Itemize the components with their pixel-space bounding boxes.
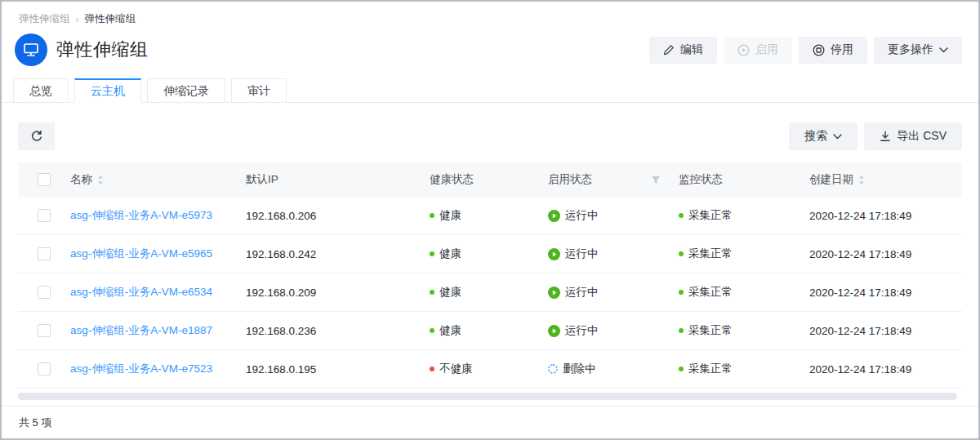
green-dot-icon [430,213,434,218]
disable-button[interactable]: 停用 [799,37,867,64]
run-status: 运行中 [548,285,679,300]
health-status: 不健康 [430,362,548,376]
run-status: 运行中 [548,247,679,261]
stop-circle-icon [813,44,825,56]
table-row: asg-伸缩组-业务A-VM-e5973 192.168.0.206 健康 运行… [18,197,962,235]
tab-scaling-records[interactable]: 伸缩记录 [147,78,225,103]
monitor-status: 采集正常 [679,323,809,338]
loading-spinner-icon [548,364,558,374]
header-actions: 编辑 启用 停用 更多操作 [649,37,962,64]
vm-ip: 192.168.0.236 [246,325,430,337]
running-icon [548,210,560,222]
health-status: 健康 [430,285,548,300]
page-header: 弹性伸缩组 编辑 启用 停用 更多操作 [2,26,978,66]
green-dot-icon [679,290,684,295]
column-header-name[interactable]: 名称 [70,172,246,187]
vm-name-link[interactable]: asg-伸缩组-业务A-VM-e5965 [70,247,212,260]
horizontal-scrollbar-thumb[interactable] [18,393,957,400]
enable-button-label: 启用 [755,42,778,57]
running-icon [548,248,560,260]
row-checkbox[interactable] [38,324,51,337]
table-header-row: 名称 默认IP 健康状态 启用状态 监控状态 创建日期 [18,162,962,197]
tab-cloud-hosts[interactable]: 云主机 [74,78,141,103]
running-icon [548,287,560,299]
chevron-down-icon [833,134,842,140]
column-header-ip-label: 默认IP [246,172,278,187]
search-button-label: 搜索 [804,129,827,144]
column-header-name-label: 名称 [70,172,92,187]
total-count: 共 5 项 [19,416,51,429]
created-date: 2020-12-24 17:18:49 [809,287,962,299]
row-checkbox[interactable] [38,286,51,299]
column-header-enabled-label: 启用状态 [548,172,592,187]
column-header-enabled: 启用状态 [548,172,679,187]
refresh-button[interactable] [18,122,55,150]
run-status: 运行中 [548,208,679,223]
vm-name-link[interactable]: asg-伸缩组-业务A-VM-e6534 [70,286,212,298]
elastic-scaling-group-page: { "breadcrumb": { "parent": "弹性伸缩组", "se… [0,0,980,440]
enable-button: 启用 [724,37,792,64]
table-row: asg-伸缩组-业务A-VM-e7523 192.168.0.195 不健康 删… [18,350,962,389]
health-status: 健康 [430,323,548,338]
chevron-down-icon [939,47,948,53]
more-actions-button[interactable]: 更多操作 [874,37,962,64]
green-dot-icon [679,328,684,333]
breadcrumb-parent[interactable]: 弹性伸缩组 [19,12,70,26]
created-date: 2020-12-24 17:18:49 [809,210,962,222]
red-dot-icon [430,367,434,371]
refresh-icon [30,130,43,143]
tab-audit[interactable]: 审计 [231,78,287,103]
monitor-status: 采集正常 [679,247,809,261]
monitor-status: 采集正常 [679,285,809,300]
play-circle-icon [737,44,750,56]
green-dot-icon [679,213,684,218]
vm-name-link[interactable]: asg-伸缩组-业务A-VM-e5973 [70,209,212,221]
row-checkbox[interactable] [38,247,51,260]
table-footer: 共 5 项 [2,406,978,439]
column-header-monitor: 监控状态 [679,172,809,187]
vm-table: 名称 默认IP 健康状态 启用状态 监控状态 创建日期 [18,162,962,389]
column-header-created-label: 创建日期 [809,172,853,187]
table-row: asg-伸缩组-业务A-VM-e5965 192.168.0.242 健康 运行… [18,235,962,273]
table-toolbar: 搜索 导出 CSV [2,103,978,162]
health-status: 健康 [430,208,548,223]
breadcrumb-current: 弹性伸缩组 [85,12,136,26]
column-header-health-label: 健康状态 [430,172,474,187]
export-csv-label: 导出 CSV [897,129,947,144]
health-status: 健康 [430,247,548,261]
more-actions-label: 更多操作 [888,42,933,57]
sort-icon[interactable] [97,175,104,185]
tab-overview[interactable]: 总览 [13,78,69,103]
column-header-monitor-label: 监控状态 [679,172,723,187]
edit-button[interactable]: 编辑 [649,37,717,64]
vm-ip: 192.168.0.209 [246,287,430,299]
vm-name-link[interactable]: asg-伸缩组-业务A-VM-e7523 [70,362,212,375]
vm-name-link[interactable]: asg-伸缩组-业务A-VM-e1887 [70,324,212,336]
disable-button-label: 停用 [831,42,853,57]
monitor-status: 采集正常 [679,208,809,223]
monitor-status: 采集正常 [679,362,809,376]
green-dot-icon [679,367,684,371]
export-csv-button[interactable]: 导出 CSV [864,122,962,150]
tab-bar: 总览 云主机 伸缩记录 审计 [2,66,978,103]
row-checkbox[interactable] [38,209,51,222]
column-header-created[interactable]: 创建日期 [809,172,962,187]
breadcrumb-separator: › [76,14,79,25]
run-status: 删除中 [548,362,679,376]
monitor-icon [22,42,40,58]
run-status: 运行中 [548,323,679,338]
vm-ip: 192.168.0.206 [246,210,430,222]
breadcrumb: 弹性伸缩组 › 弹性伸缩组 [2,2,978,26]
running-icon [548,325,560,337]
created-date: 2020-12-24 17:18:49 [809,325,962,337]
vm-ip: 192.168.0.242 [246,248,430,260]
created-date: 2020-12-24 17:18:49 [809,248,962,260]
green-dot-icon [430,328,434,333]
sort-icon[interactable] [858,175,865,185]
select-all-checkbox[interactable] [38,173,51,186]
edit-button-label: 编辑 [680,42,703,57]
filter-icon[interactable] [651,176,661,184]
row-checkbox[interactable] [38,362,51,376]
search-button[interactable]: 搜索 [789,122,858,150]
created-date: 2020-12-24 17:18:49 [809,363,962,376]
